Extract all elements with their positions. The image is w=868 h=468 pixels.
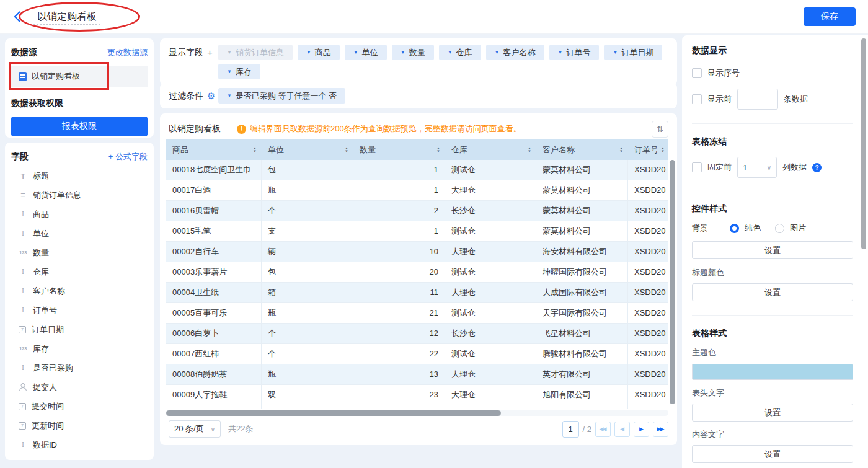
vertical-scrollbar[interactable] <box>670 160 675 409</box>
table-row[interactable]: 00017白酒 瓶 1 大理仓 蒙莫材料公司 XSDD20 <box>166 180 668 201</box>
display-field-chip[interactable]: ▼ 订单日期 <box>604 45 662 60</box>
field-item[interactable]: 库存 <box>11 339 148 358</box>
table-row[interactable]: 00005百事可乐 瓶 21 测试仓 天宇国际有限公司 XSDD20 <box>166 303 668 324</box>
show-first-count-input[interactable] <box>737 89 778 110</box>
table-row[interactable]: 00006白萝卜 个 12 长沙仓 飞星材料公司 XSDD20 <box>166 324 668 344</box>
fields-title: 字段 <box>11 151 29 162</box>
page-title[interactable]: 以销定购看板 <box>33 11 100 25</box>
table-row[interactable]: 00015毛笔 支 1 测试仓 蒙莫材料公司 XSDD20 <box>166 221 668 242</box>
field-item[interactable]: 单位 <box>11 224 148 243</box>
cell-customer: 天宇国际有限公司 <box>536 303 628 323</box>
title-color-set-button[interactable]: 设置 <box>692 283 853 301</box>
table-row[interactable]: 00003乐事薯片 包 20 测试仓 坤曜国际有限公司 XSDD20 <box>166 262 668 283</box>
field-item[interactable]: 客户名称 <box>11 281 148 301</box>
cell-warehouse: 测试仓 <box>445 160 536 180</box>
show-first-checkbox[interactable] <box>692 94 702 104</box>
column-header[interactable]: 客户名称 <box>536 139 628 160</box>
permission-title: 数据获取权限 <box>11 98 148 109</box>
column-header[interactable]: 仓库 <box>445 139 536 160</box>
preview-panel: 以销定购看板 ! 编辑界面只取数据源前200条作为查询数据预览，完整数据请访问页… <box>160 113 677 445</box>
next-page-button[interactable]: ▶ <box>634 422 649 437</box>
table-row[interactable]: 00018七度空间卫生巾 包 1 测试仓 蒙莫材料公司 XSDD20 <box>166 160 668 180</box>
field-item[interactable]: 订单号 <box>11 301 148 320</box>
table-row[interactable]: 00008伯爵奶茶 瓶 13 大理仓 英才有限公司 XSDD20 <box>166 364 668 385</box>
sort-order-button[interactable]: ⇅ <box>652 121 668 138</box>
display-field-chip[interactable]: ▼ 单位 <box>345 45 387 60</box>
chip-label: 库存 <box>236 66 252 77</box>
vertical-scrollbar-thumb[interactable] <box>670 160 675 404</box>
cell-customer: 腾骏材料有限公司 <box>536 344 628 364</box>
first-page-button[interactable]: ◀◀ <box>595 422 611 437</box>
field-item[interactable]: 提交时间 <box>11 397 148 416</box>
filter-condition-chip[interactable]: ▼ 是否已采购 等于任意一个 否 <box>218 88 345 104</box>
cell-quantity: 1 <box>353 180 445 200</box>
back-button[interactable] <box>10 10 24 24</box>
field-item[interactable]: 提交人 <box>11 377 148 397</box>
cell-unit: 箱 <box>262 283 353 302</box>
number-icon <box>19 249 27 257</box>
field-item[interactable]: 销货订单信息 <box>11 185 148 205</box>
column-header[interactable]: 单位 <box>262 139 353 160</box>
prev-page-button[interactable]: ◀ <box>614 422 630 437</box>
save-button[interactable]: 保存 <box>804 7 856 26</box>
page-number-input[interactable] <box>562 421 579 438</box>
panel-scrollbar[interactable] <box>861 38 866 465</box>
filter-settings-gear-icon[interactable]: ⚙ <box>207 91 215 100</box>
cell-unit: 包 <box>262 160 353 180</box>
field-item[interactable]: 是否已采购 <box>11 358 148 377</box>
cell-unit: 辆 <box>262 242 353 262</box>
freeze-count-select[interactable]: 1 ∨ <box>737 157 777 178</box>
theme-color-swatch[interactable] <box>692 364 853 380</box>
field-item[interactable]: 仓库 <box>11 262 148 281</box>
sort-carets-icon <box>661 147 665 153</box>
freeze-checkbox[interactable] <box>692 162 702 172</box>
cell-product: 00018七度空间卫生巾 <box>166 160 262 180</box>
content-text-set-button[interactable]: 设置 <box>692 445 853 463</box>
table-row[interactable]: 00004卫生纸 箱 11 大理仓 大成国际有限公司 XSDD20 <box>166 283 668 303</box>
warning-icon: ! <box>237 125 246 134</box>
field-item[interactable]: 更新时间 <box>11 416 148 435</box>
add-formula-field-link[interactable]: + 公式字段 <box>108 151 148 162</box>
field-item[interactable]: 标题 <box>11 166 148 185</box>
display-field-chip[interactable]: ▼ 数量 <box>392 45 434 60</box>
field-item[interactable]: 数量 <box>11 243 148 262</box>
change-datasource-link[interactable]: 更改数据源 <box>107 47 148 58</box>
field-item-label: 客户名称 <box>33 286 65 297</box>
background-set-button[interactable]: 设置 <box>692 241 853 259</box>
datasource-item[interactable]: 以销定购看板 <box>11 66 148 87</box>
table-body: 00018七度空间卫生巾 包 1 测试仓 蒙莫材料公司 XSDD20 00017… <box>166 160 668 405</box>
help-icon[interactable]: ? <box>812 163 822 172</box>
table-row[interactable]: 00002自行车 辆 10 大理仓 海安材料有限公司 XSDD20 <box>166 242 668 262</box>
display-field-chip[interactable]: ▼ 库存 <box>218 64 260 79</box>
field-item-label: 仓库 <box>33 267 49 278</box>
report-permission-button[interactable]: 报表权限 <box>11 117 148 136</box>
text-icon <box>19 441 27 449</box>
header-text-set-button[interactable]: 设置 <box>692 404 853 422</box>
solid-color-radio[interactable] <box>730 224 739 233</box>
display-field-chip[interactable]: ▼ 销货订单信息 <box>218 45 293 60</box>
show-index-checkbox[interactable] <box>692 68 702 78</box>
warning-text: 编辑界面只取数据源前200条作为查询数据预览，完整数据请访问页面查看。 <box>250 123 521 135</box>
column-header[interactable]: 商品 <box>166 139 262 160</box>
field-item-label: 是否已采购 <box>33 363 73 374</box>
display-field-chip[interactable]: ▼ 仓库 <box>439 45 481 60</box>
field-item[interactable]: 数据ID <box>11 435 148 454</box>
horizontal-scrollbar-thumb[interactable] <box>166 410 501 416</box>
table-row[interactable]: 00009人字拖鞋 双 23 大理仓 旭阳有限公司 XSDD20 <box>166 385 668 405</box>
panel-scrollbar-thumb[interactable] <box>861 38 866 249</box>
person-icon <box>19 383 27 392</box>
field-item[interactable]: 商品 <box>11 205 148 224</box>
display-field-chip[interactable]: ▼ 商品 <box>298 45 340 60</box>
horizontal-scrollbar[interactable] <box>166 410 668 416</box>
field-item[interactable]: 订单日期 <box>11 320 148 339</box>
last-page-button[interactable]: ▶▶ <box>653 422 668 437</box>
column-header[interactable]: 数量 <box>353 139 445 160</box>
display-field-chip[interactable]: ▼ 订单号 <box>549 45 600 60</box>
table-row[interactable]: 00016贝雷帽 个 2 长沙仓 蒙莫材料公司 XSDD20 <box>166 201 668 221</box>
page-size-select[interactable]: 20 条/页 ∨ <box>169 420 221 438</box>
display-field-chip[interactable]: ▼ 客户名称 <box>486 45 544 60</box>
image-radio[interactable] <box>775 224 784 233</box>
column-header[interactable]: 订单号 <box>628 139 668 160</box>
table-row[interactable]: 00007西红柿 个 22 测试仓 腾骏材料有限公司 XSDD20 <box>166 344 668 364</box>
add-display-field-button[interactable]: + <box>207 45 213 60</box>
